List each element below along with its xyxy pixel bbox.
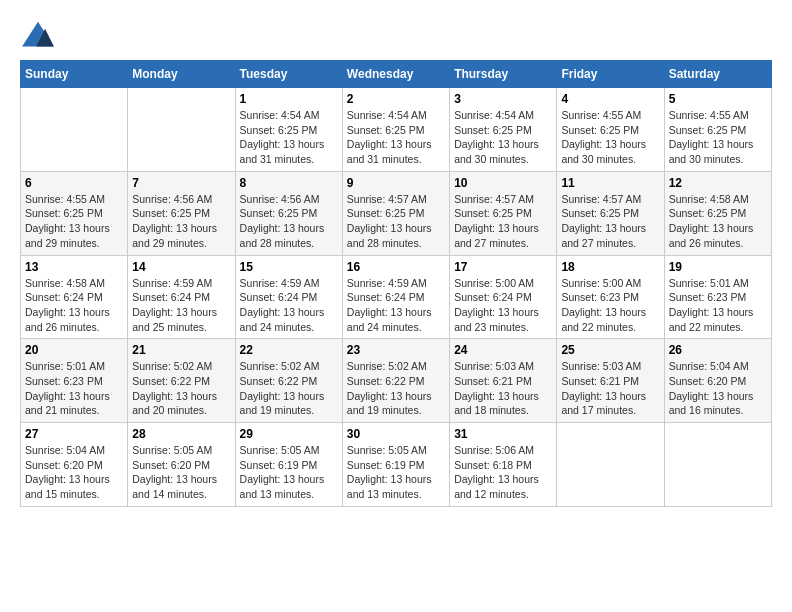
day-info: Sunrise: 5:05 AM Sunset: 6:19 PM Dayligh… <box>347 443 445 502</box>
calendar-week-4: 20Sunrise: 5:01 AM Sunset: 6:23 PM Dayli… <box>21 339 772 423</box>
day-number: 12 <box>669 176 767 190</box>
calendar-cell: 29Sunrise: 5:05 AM Sunset: 6:19 PM Dayli… <box>235 423 342 507</box>
day-info: Sunrise: 5:00 AM Sunset: 6:23 PM Dayligh… <box>561 276 659 335</box>
day-info: Sunrise: 5:03 AM Sunset: 6:21 PM Dayligh… <box>561 359 659 418</box>
day-number: 22 <box>240 343 338 357</box>
page-header <box>20 20 772 50</box>
day-number: 17 <box>454 260 552 274</box>
calendar-cell: 2Sunrise: 4:54 AM Sunset: 6:25 PM Daylig… <box>342 88 449 172</box>
day-number: 5 <box>669 92 767 106</box>
calendar-cell: 24Sunrise: 5:03 AM Sunset: 6:21 PM Dayli… <box>450 339 557 423</box>
header-saturday: Saturday <box>664 61 771 88</box>
day-info: Sunrise: 5:03 AM Sunset: 6:21 PM Dayligh… <box>454 359 552 418</box>
day-info: Sunrise: 4:58 AM Sunset: 6:24 PM Dayligh… <box>25 276 123 335</box>
calendar-cell: 27Sunrise: 5:04 AM Sunset: 6:20 PM Dayli… <box>21 423 128 507</box>
day-number: 6 <box>25 176 123 190</box>
calendar-cell: 25Sunrise: 5:03 AM Sunset: 6:21 PM Dayli… <box>557 339 664 423</box>
calendar-cell: 10Sunrise: 4:57 AM Sunset: 6:25 PM Dayli… <box>450 171 557 255</box>
calendar-cell: 15Sunrise: 4:59 AM Sunset: 6:24 PM Dayli… <box>235 255 342 339</box>
day-number: 1 <box>240 92 338 106</box>
calendar-cell: 3Sunrise: 4:54 AM Sunset: 6:25 PM Daylig… <box>450 88 557 172</box>
day-info: Sunrise: 4:54 AM Sunset: 6:25 PM Dayligh… <box>347 108 445 167</box>
day-info: Sunrise: 4:54 AM Sunset: 6:25 PM Dayligh… <box>454 108 552 167</box>
day-number: 20 <box>25 343 123 357</box>
day-number: 13 <box>25 260 123 274</box>
day-number: 2 <box>347 92 445 106</box>
calendar-cell <box>128 88 235 172</box>
calendar-cell: 6Sunrise: 4:55 AM Sunset: 6:25 PM Daylig… <box>21 171 128 255</box>
calendar-week-2: 6Sunrise: 4:55 AM Sunset: 6:25 PM Daylig… <box>21 171 772 255</box>
day-number: 4 <box>561 92 659 106</box>
calendar-cell: 23Sunrise: 5:02 AM Sunset: 6:22 PM Dayli… <box>342 339 449 423</box>
calendar-week-1: 1Sunrise: 4:54 AM Sunset: 6:25 PM Daylig… <box>21 88 772 172</box>
calendar-cell: 4Sunrise: 4:55 AM Sunset: 6:25 PM Daylig… <box>557 88 664 172</box>
calendar-cell: 31Sunrise: 5:06 AM Sunset: 6:18 PM Dayli… <box>450 423 557 507</box>
day-number: 26 <box>669 343 767 357</box>
day-number: 16 <box>347 260 445 274</box>
day-info: Sunrise: 5:05 AM Sunset: 6:20 PM Dayligh… <box>132 443 230 502</box>
calendar-cell: 17Sunrise: 5:00 AM Sunset: 6:24 PM Dayli… <box>450 255 557 339</box>
logo-icon <box>20 20 56 50</box>
day-number: 14 <box>132 260 230 274</box>
day-info: Sunrise: 4:55 AM Sunset: 6:25 PM Dayligh… <box>25 192 123 251</box>
calendar-cell <box>557 423 664 507</box>
day-info: Sunrise: 4:57 AM Sunset: 6:25 PM Dayligh… <box>347 192 445 251</box>
calendar-cell: 1Sunrise: 4:54 AM Sunset: 6:25 PM Daylig… <box>235 88 342 172</box>
calendar-week-3: 13Sunrise: 4:58 AM Sunset: 6:24 PM Dayli… <box>21 255 772 339</box>
day-info: Sunrise: 4:56 AM Sunset: 6:25 PM Dayligh… <box>240 192 338 251</box>
day-number: 27 <box>25 427 123 441</box>
header-wednesday: Wednesday <box>342 61 449 88</box>
day-info: Sunrise: 5:04 AM Sunset: 6:20 PM Dayligh… <box>669 359 767 418</box>
calendar-cell: 21Sunrise: 5:02 AM Sunset: 6:22 PM Dayli… <box>128 339 235 423</box>
day-number: 19 <box>669 260 767 274</box>
header-monday: Monday <box>128 61 235 88</box>
calendar-cell: 20Sunrise: 5:01 AM Sunset: 6:23 PM Dayli… <box>21 339 128 423</box>
day-number: 9 <box>347 176 445 190</box>
day-info: Sunrise: 5:06 AM Sunset: 6:18 PM Dayligh… <box>454 443 552 502</box>
day-info: Sunrise: 5:04 AM Sunset: 6:20 PM Dayligh… <box>25 443 123 502</box>
day-number: 7 <box>132 176 230 190</box>
day-info: Sunrise: 4:54 AM Sunset: 6:25 PM Dayligh… <box>240 108 338 167</box>
day-info: Sunrise: 4:59 AM Sunset: 6:24 PM Dayligh… <box>132 276 230 335</box>
day-info: Sunrise: 4:57 AM Sunset: 6:25 PM Dayligh… <box>561 192 659 251</box>
day-info: Sunrise: 5:01 AM Sunset: 6:23 PM Dayligh… <box>669 276 767 335</box>
day-number: 31 <box>454 427 552 441</box>
day-info: Sunrise: 5:01 AM Sunset: 6:23 PM Dayligh… <box>25 359 123 418</box>
calendar-cell <box>21 88 128 172</box>
day-info: Sunrise: 5:05 AM Sunset: 6:19 PM Dayligh… <box>240 443 338 502</box>
day-number: 23 <box>347 343 445 357</box>
logo <box>20 20 62 50</box>
day-number: 11 <box>561 176 659 190</box>
day-info: Sunrise: 4:59 AM Sunset: 6:24 PM Dayligh… <box>347 276 445 335</box>
day-info: Sunrise: 4:55 AM Sunset: 6:25 PM Dayligh… <box>561 108 659 167</box>
header-friday: Friday <box>557 61 664 88</box>
day-info: Sunrise: 5:02 AM Sunset: 6:22 PM Dayligh… <box>347 359 445 418</box>
day-number: 24 <box>454 343 552 357</box>
day-info: Sunrise: 5:00 AM Sunset: 6:24 PM Dayligh… <box>454 276 552 335</box>
day-number: 28 <box>132 427 230 441</box>
day-info: Sunrise: 4:55 AM Sunset: 6:25 PM Dayligh… <box>669 108 767 167</box>
calendar-cell: 13Sunrise: 4:58 AM Sunset: 6:24 PM Dayli… <box>21 255 128 339</box>
header-tuesday: Tuesday <box>235 61 342 88</box>
calendar-cell: 18Sunrise: 5:00 AM Sunset: 6:23 PM Dayli… <box>557 255 664 339</box>
day-number: 25 <box>561 343 659 357</box>
calendar-cell: 19Sunrise: 5:01 AM Sunset: 6:23 PM Dayli… <box>664 255 771 339</box>
calendar-cell: 26Sunrise: 5:04 AM Sunset: 6:20 PM Dayli… <box>664 339 771 423</box>
day-number: 30 <box>347 427 445 441</box>
calendar-cell <box>664 423 771 507</box>
day-info: Sunrise: 5:02 AM Sunset: 6:22 PM Dayligh… <box>240 359 338 418</box>
calendar-cell: 30Sunrise: 5:05 AM Sunset: 6:19 PM Dayli… <box>342 423 449 507</box>
header-thursday: Thursday <box>450 61 557 88</box>
day-number: 29 <box>240 427 338 441</box>
day-number: 10 <box>454 176 552 190</box>
calendar-header-row: SundayMondayTuesdayWednesdayThursdayFrid… <box>21 61 772 88</box>
calendar-cell: 8Sunrise: 4:56 AM Sunset: 6:25 PM Daylig… <box>235 171 342 255</box>
day-info: Sunrise: 4:56 AM Sunset: 6:25 PM Dayligh… <box>132 192 230 251</box>
day-number: 15 <box>240 260 338 274</box>
calendar-cell: 12Sunrise: 4:58 AM Sunset: 6:25 PM Dayli… <box>664 171 771 255</box>
day-info: Sunrise: 4:59 AM Sunset: 6:24 PM Dayligh… <box>240 276 338 335</box>
header-sunday: Sunday <box>21 61 128 88</box>
calendar-cell: 11Sunrise: 4:57 AM Sunset: 6:25 PM Dayli… <box>557 171 664 255</box>
day-info: Sunrise: 4:58 AM Sunset: 6:25 PM Dayligh… <box>669 192 767 251</box>
calendar-cell: 7Sunrise: 4:56 AM Sunset: 6:25 PM Daylig… <box>128 171 235 255</box>
